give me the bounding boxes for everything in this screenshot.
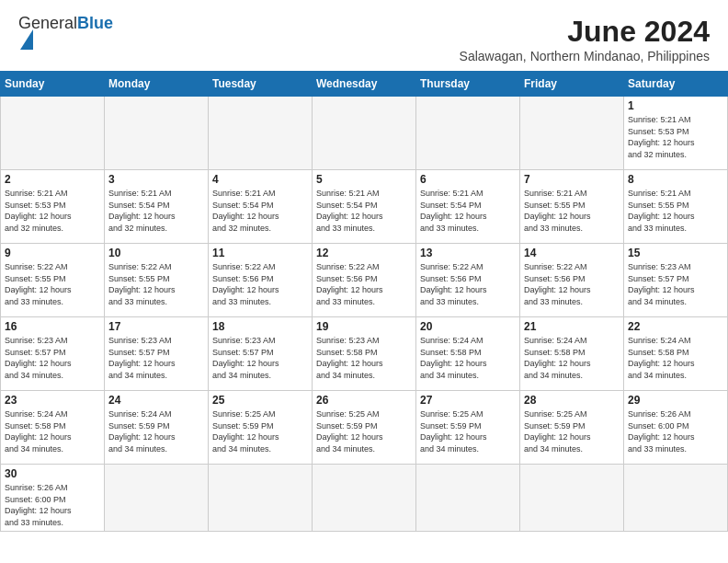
- empty-cell: [209, 97, 313, 170]
- calendar-row-5: 23 Sunrise: 5:24 AMSunset: 5:58 PMDaylig…: [1, 391, 728, 465]
- month-title: June 2024: [460, 15, 710, 49]
- empty-cell: [313, 465, 416, 532]
- day-29: 29 Sunrise: 5:26 AMSunset: 6:00 PMDaylig…: [624, 391, 728, 465]
- day-17: 17 Sunrise: 5:23 AMSunset: 5:57 PMDaylig…: [105, 317, 209, 391]
- calendar-row-4: 16 Sunrise: 5:23 AMSunset: 5:57 PMDaylig…: [1, 317, 728, 391]
- col-wednesday: Wednesday: [313, 72, 416, 97]
- day-16: 16 Sunrise: 5:23 AMSunset: 5:57 PMDaylig…: [1, 317, 105, 391]
- empty-cell: [105, 465, 209, 532]
- empty-cell: [313, 97, 416, 170]
- day-7: 7 Sunrise: 5:21 AMSunset: 5:55 PMDayligh…: [520, 170, 624, 244]
- col-saturday: Saturday: [624, 72, 728, 97]
- col-friday: Friday: [520, 72, 624, 97]
- day-24: 24 Sunrise: 5:24 AMSunset: 5:59 PMDaylig…: [105, 391, 209, 465]
- empty-cell: [520, 465, 624, 532]
- day-25: 25 Sunrise: 5:25 AMSunset: 5:59 PMDaylig…: [209, 391, 313, 465]
- empty-cell: [624, 465, 728, 532]
- calendar-row-1: 1 Sunrise: 5:21 AMSunset: 5:53 PMDayligh…: [1, 97, 728, 170]
- empty-cell: [209, 465, 313, 532]
- day-23: 23 Sunrise: 5:24 AMSunset: 5:58 PMDaylig…: [1, 391, 105, 465]
- calendar-row-2: 2 Sunrise: 5:21 AMSunset: 5:53 PMDayligh…: [1, 170, 728, 244]
- day-11: 11 Sunrise: 5:22 AMSunset: 5:56 PMDaylig…: [209, 244, 313, 317]
- day-6: 6 Sunrise: 5:21 AMSunset: 5:54 PMDayligh…: [416, 170, 520, 244]
- calendar-table: Sunday Monday Tuesday Wednesday Thursday…: [0, 71, 728, 532]
- day-20: 20 Sunrise: 5:24 AMSunset: 5:58 PMDaylig…: [416, 317, 520, 391]
- day-27: 27 Sunrise: 5:25 AMSunset: 5:59 PMDaylig…: [416, 391, 520, 465]
- day-18: 18 Sunrise: 5:23 AMSunset: 5:57 PMDaylig…: [209, 317, 313, 391]
- day-9: 9 Sunrise: 5:22 AMSunset: 5:55 PMDayligh…: [1, 244, 105, 317]
- day-8: 8 Sunrise: 5:21 AMSunset: 5:55 PMDayligh…: [624, 170, 728, 244]
- day-1: 1 Sunrise: 5:21 AMSunset: 5:53 PMDayligh…: [624, 97, 728, 170]
- day-3: 3 Sunrise: 5:21 AMSunset: 5:54 PMDayligh…: [105, 170, 209, 244]
- empty-cell: [105, 97, 209, 170]
- day-12: 12 Sunrise: 5:22 AMSunset: 5:56 PMDaylig…: [313, 244, 416, 317]
- logo-triangle-icon: [20, 29, 33, 50]
- page-header: GeneralBlue June 2024 Salawagan, Norther…: [0, 0, 728, 71]
- day-2: 2 Sunrise: 5:21 AMSunset: 5:53 PMDayligh…: [1, 170, 105, 244]
- empty-cell: [1, 97, 105, 170]
- location-subtitle: Salawagan, Northern Mindanao, Philippine…: [460, 49, 710, 63]
- empty-cell: [520, 97, 624, 170]
- day-21: 21 Sunrise: 5:24 AMSunset: 5:58 PMDaylig…: [520, 317, 624, 391]
- col-thursday: Thursday: [416, 72, 520, 97]
- calendar-row-6: 30 Sunrise: 5:26 AMSunset: 6:00 PMDaylig…: [1, 465, 728, 532]
- day-19: 19 Sunrise: 5:23 AMSunset: 5:58 PMDaylig…: [313, 317, 416, 391]
- day-22: 22 Sunrise: 5:24 AMSunset: 5:58 PMDaylig…: [624, 317, 728, 391]
- calendar-row-3: 9 Sunrise: 5:22 AMSunset: 5:55 PMDayligh…: [1, 244, 728, 317]
- title-section: June 2024 Salawagan, Northern Mindanao, …: [460, 15, 710, 63]
- day-14: 14 Sunrise: 5:22 AMSunset: 5:56 PMDaylig…: [520, 244, 624, 317]
- day-15: 15 Sunrise: 5:23 AMSunset: 5:57 PMDaylig…: [624, 244, 728, 317]
- day-30: 30 Sunrise: 5:26 AMSunset: 6:00 PMDaylig…: [1, 465, 105, 532]
- day-5: 5 Sunrise: 5:21 AMSunset: 5:54 PMDayligh…: [313, 170, 416, 244]
- logo-blue: Blue: [77, 14, 113, 32]
- day-28: 28 Sunrise: 5:25 AMSunset: 5:59 PMDaylig…: [520, 391, 624, 465]
- logo: GeneralBlue: [18, 15, 113, 50]
- col-tuesday: Tuesday: [209, 72, 313, 97]
- col-monday: Monday: [105, 72, 209, 97]
- col-sunday: Sunday: [1, 72, 105, 97]
- day-4: 4 Sunrise: 5:21 AMSunset: 5:54 PMDayligh…: [209, 170, 313, 244]
- day-10: 10 Sunrise: 5:22 AMSunset: 5:55 PMDaylig…: [105, 244, 209, 317]
- empty-cell: [416, 465, 520, 532]
- empty-cell: [416, 97, 520, 170]
- day-13: 13 Sunrise: 5:22 AMSunset: 5:56 PMDaylig…: [416, 244, 520, 317]
- day-26: 26 Sunrise: 5:25 AMSunset: 5:59 PMDaylig…: [313, 391, 416, 465]
